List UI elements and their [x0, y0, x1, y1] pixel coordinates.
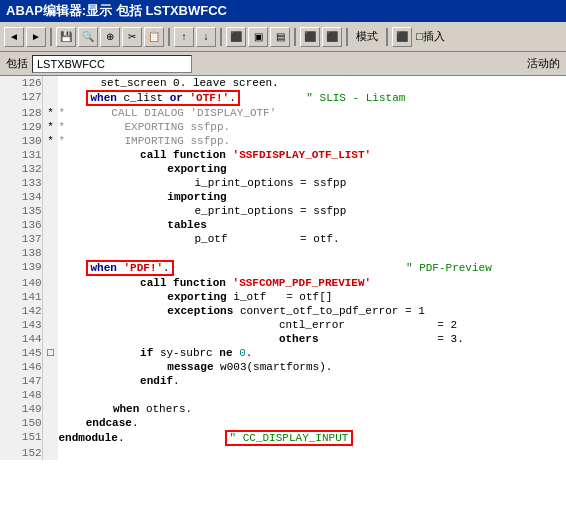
- code-cell: call function 'SSFCOMP_PDF_PREVIEW': [58, 276, 565, 290]
- table-row: 150 endcase.: [0, 416, 566, 430]
- table-row: 147 endif.: [0, 374, 566, 388]
- code-cell: * CALL DIALOG 'DISPLAY_OTF': [58, 106, 565, 120]
- forward-button[interactable]: ►: [26, 27, 46, 47]
- table-row: 130** IMPORTING ssfpp.: [0, 134, 566, 148]
- nav-bar: 包括 活动的: [0, 52, 566, 76]
- line-number: 142: [0, 304, 42, 318]
- btn9[interactable]: ▣: [248, 27, 268, 47]
- line-marker: [42, 190, 58, 204]
- mode-label: 模式: [356, 29, 378, 44]
- line-marker: [42, 446, 58, 460]
- table-row: 145□ if sy-subrc ne 0.: [0, 346, 566, 360]
- active-label: 活动的: [527, 56, 560, 71]
- btn13[interactable]: ⬛: [392, 27, 412, 47]
- btn11[interactable]: ⬛: [300, 27, 320, 47]
- line-number: 126: [0, 76, 42, 90]
- find-button[interactable]: 🔍: [78, 27, 98, 47]
- code-cell: if sy-subrc ne 0.: [58, 346, 565, 360]
- line-number: 140: [0, 276, 42, 290]
- code-cell: * EXPORTING ssfpp.: [58, 120, 565, 134]
- line-marker: *: [42, 134, 58, 148]
- table-row: 127 when c_list or 'OTF!'. " SLIS - List…: [0, 90, 566, 106]
- includes-label: 包括: [6, 56, 28, 71]
- btn10[interactable]: ▤: [270, 27, 290, 47]
- line-number: 129: [0, 120, 42, 134]
- code-cell: exporting: [58, 162, 565, 176]
- code-cell: set_screen 0. leave screen.: [58, 76, 565, 90]
- code-cell: others = 3.: [58, 332, 565, 346]
- code-cell: exporting i_otf = otf[]: [58, 290, 565, 304]
- code-cell: when others.: [58, 402, 565, 416]
- line-marker: [42, 276, 58, 290]
- title-bar: ABAP编辑器:显示 包括 LSTXBWFCC: [0, 0, 566, 22]
- table-row: 138: [0, 246, 566, 260]
- line-marker: [42, 360, 58, 374]
- btn4[interactable]: ✂: [122, 27, 142, 47]
- btn12[interactable]: ⬛: [322, 27, 342, 47]
- toolbar: ◄ ► 💾 🔍 ⊕ ✂ 📋 ↑ ↓ ⬛ ▣ ▤ ⬛ ⬛ 模式 ⬛ □插入: [0, 22, 566, 52]
- code-cell: endcase.: [58, 416, 565, 430]
- line-marker: [42, 90, 58, 106]
- code-cell: [58, 446, 565, 460]
- btn5[interactable]: 📋: [144, 27, 164, 47]
- code-cell: [58, 246, 565, 260]
- btn8[interactable]: ⬛: [226, 27, 246, 47]
- table-row: 140 call function 'SSFCOMP_PDF_PREVIEW': [0, 276, 566, 290]
- line-marker: [42, 260, 58, 276]
- line-marker: [42, 318, 58, 332]
- line-marker: [42, 290, 58, 304]
- line-number: 144: [0, 332, 42, 346]
- table-row: 152: [0, 446, 566, 460]
- line-marker: [42, 416, 58, 430]
- code-cell: e_print_options = ssfpp: [58, 204, 565, 218]
- line-number: 146: [0, 360, 42, 374]
- table-row: 132 exporting: [0, 162, 566, 176]
- table-row: 146 message w003(smartforms).: [0, 360, 566, 374]
- line-number: 145: [0, 346, 42, 360]
- line-marker: □: [42, 346, 58, 360]
- line-number: 152: [0, 446, 42, 460]
- code-cell: * IMPORTING ssfpp.: [58, 134, 565, 148]
- line-marker: [42, 204, 58, 218]
- table-row: 134 importing: [0, 190, 566, 204]
- code-cell: tables: [58, 218, 565, 232]
- code-cell: call function 'SSFDISPLAY_OTF_LIST': [58, 148, 565, 162]
- table-row: 129** EXPORTING ssfpp.: [0, 120, 566, 134]
- code-display: 126 set_screen 0. leave screen.127 when …: [0, 76, 566, 532]
- code-cell: cntl_error = 2: [58, 318, 565, 332]
- table-row: 128** CALL DIALOG 'DISPLAY_OTF': [0, 106, 566, 120]
- code-cell: importing: [58, 190, 565, 204]
- line-marker: [42, 304, 58, 318]
- line-marker: [42, 374, 58, 388]
- editor-container: 126 set_screen 0. leave screen.127 when …: [0, 76, 566, 532]
- table-row: 135 e_print_options = ssfpp: [0, 204, 566, 218]
- code-cell: p_otf = otf.: [58, 232, 565, 246]
- line-number: 138: [0, 246, 42, 260]
- line-marker: *: [42, 106, 58, 120]
- line-marker: [42, 430, 58, 446]
- line-marker: *: [42, 120, 58, 134]
- table-row: 141 exporting i_otf = otf[]: [0, 290, 566, 304]
- btn7[interactable]: ↓: [196, 27, 216, 47]
- save-button[interactable]: 💾: [56, 27, 76, 47]
- code-cell: [58, 388, 565, 402]
- line-number: 139: [0, 260, 42, 276]
- btn6[interactable]: ↑: [174, 27, 194, 47]
- line-number: 133: [0, 176, 42, 190]
- line-number: 132: [0, 162, 42, 176]
- table-row: 126 set_screen 0. leave screen.: [0, 76, 566, 90]
- line-marker: [42, 176, 58, 190]
- table-row: 149 when others.: [0, 402, 566, 416]
- line-number: 147: [0, 374, 42, 388]
- line-number: 127: [0, 90, 42, 106]
- line-number: 149: [0, 402, 42, 416]
- line-number: 128: [0, 106, 42, 120]
- line-number: 148: [0, 388, 42, 402]
- back-button[interactable]: ◄: [4, 27, 24, 47]
- table-row: 151endmodule." CC_DISPLAY_INPUT: [0, 430, 566, 446]
- table-row: 148: [0, 388, 566, 402]
- btn3[interactable]: ⊕: [100, 27, 120, 47]
- package-input[interactable]: [32, 55, 192, 73]
- line-marker: [42, 246, 58, 260]
- line-number: 137: [0, 232, 42, 246]
